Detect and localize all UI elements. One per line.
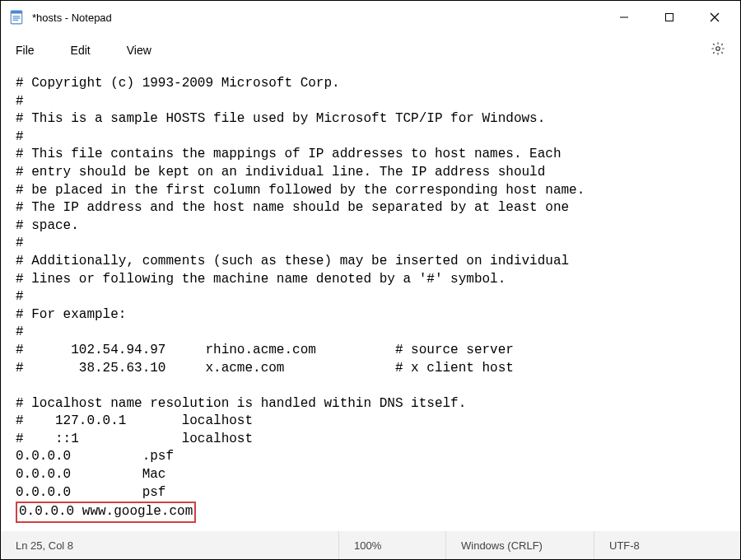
statusbar: Ln 25, Col 8 100% Windows (CRLF) UTF-8 <box>1 531 740 559</box>
menubar: File Edit View <box>1 34 740 67</box>
menu-file[interactable]: File <box>11 39 49 62</box>
status-line-ending: Windows (CRLF) <box>445 531 594 559</box>
svg-rect-1 <box>11 11 22 13</box>
menu-edit[interactable]: Edit <box>66 39 105 62</box>
close-button[interactable] <box>692 1 737 34</box>
highlighted-hosts-entry: 0.0.0.0 www.google.com <box>16 502 196 523</box>
window-controls <box>601 1 737 34</box>
svg-point-9 <box>716 47 720 51</box>
status-encoding: UTF-8 <box>594 531 740 559</box>
editor-text-content: # Copyright (c) 1993-2009 Microsoft Corp… <box>16 75 725 523</box>
maximize-button[interactable] <box>646 1 692 34</box>
menu-view[interactable]: View <box>122 39 166 62</box>
status-zoom: 100% <box>338 531 445 559</box>
window-title: *hosts - Notepad <box>32 12 112 24</box>
notepad-app-icon <box>9 10 24 25</box>
settings-button[interactable] <box>706 38 730 63</box>
titlebar: *hosts - Notepad <box>1 1 740 34</box>
gear-icon <box>711 41 725 59</box>
status-cursor-position: Ln 25, Col 8 <box>1 531 338 559</box>
text-editor-area[interactable]: # Copyright (c) 1993-2009 Microsoft Corp… <box>1 67 740 531</box>
minimize-button[interactable] <box>601 1 646 34</box>
svg-rect-6 <box>665 14 673 21</box>
